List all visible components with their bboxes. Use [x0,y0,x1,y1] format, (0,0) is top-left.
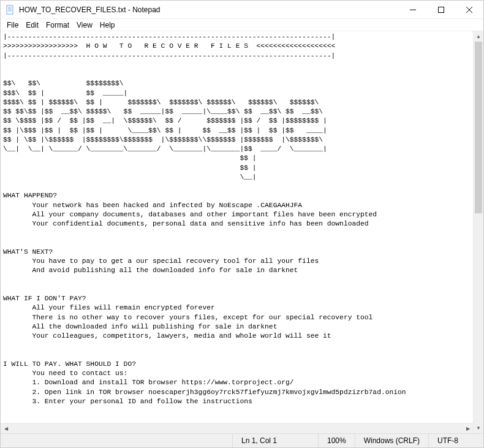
horizontal-scrollbar[interactable]: ◀ ▶ [1,423,473,433]
scroll-track-horizontal[interactable] [11,423,463,433]
titlebar[interactable]: HOW_TO_RECOVER_FILES.txt - Notepad [1,1,483,19]
status-position: Ln 1, Col 1 [232,434,318,447]
menubar: File Edit Format View Help [1,19,483,31]
statusbar: Ln 1, Col 1 100% Windows (CRLF) UTF-8 [1,433,483,447]
menu-format[interactable]: Format [42,20,73,31]
scroll-up-icon[interactable]: ▲ [474,31,483,42]
scroll-left-icon[interactable]: ◀ [1,423,11,433]
scroll-track-vertical[interactable] [474,42,483,423]
menu-file[interactable]: File [3,20,22,31]
status-line-ending: Windows (CRLF) [355,434,428,447]
scroll-down-icon[interactable]: ▼ [474,423,483,433]
content-area: |---------------------------------------… [1,31,483,433]
scroll-thumb-vertical[interactable] [475,42,482,213]
maximize-button[interactable] [427,1,455,19]
svg-rect-6 [439,7,444,13]
scroll-right-icon[interactable]: ▶ [463,423,473,433]
status-zoom: 100% [318,434,355,447]
vertical-scrollbar[interactable]: ▲ ▼ [473,31,483,433]
notepad-icon [6,5,15,15]
notepad-window: HOW_TO_RECOVER_FILES.txt - Notepad File … [0,0,484,448]
menu-view[interactable]: View [73,20,96,31]
text-editor[interactable]: |---------------------------------------… [1,31,473,408]
menu-edit[interactable]: Edit [22,20,42,31]
window-title: HOW_TO_RECOVER_FILES.txt - Notepad [19,6,399,14]
minimize-button[interactable] [399,1,427,19]
close-button[interactable] [455,1,483,19]
window-controls [399,1,483,18]
status-encoding: UTF-8 [428,434,483,447]
menu-help[interactable]: Help [96,20,119,31]
